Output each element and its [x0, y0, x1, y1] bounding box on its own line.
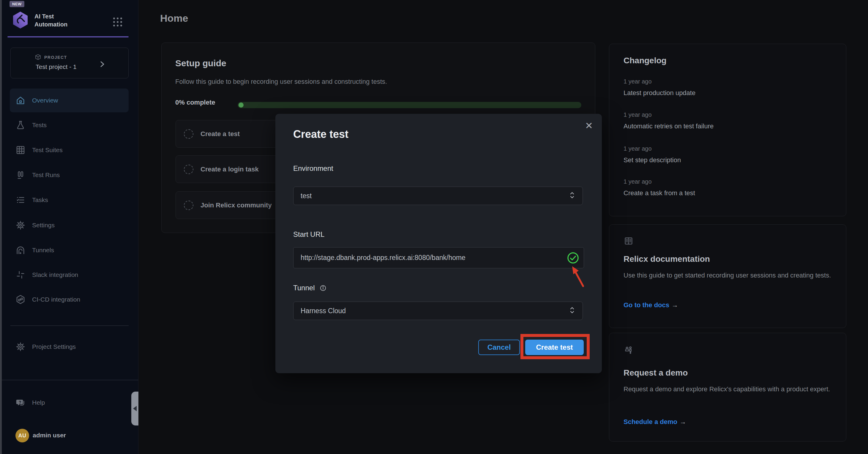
- start-url-label: Start URL: [293, 230, 324, 239]
- apps-grid-icon[interactable]: [112, 17, 123, 27]
- annotation-highlight-rect: [521, 334, 590, 359]
- environment-select[interactable]: test: [293, 187, 583, 205]
- changelog-time: 1 year ago: [623, 178, 652, 185]
- checklist-item-label: Create a test: [200, 130, 240, 138]
- chevron-right-icon: [98, 60, 106, 68]
- sidebar-item-label: Tunnels: [32, 247, 54, 254]
- page-title: Home: [160, 12, 188, 24]
- tunnel-icon: [15, 245, 26, 255]
- sidebar-footer-divider: [0, 380, 138, 380]
- sidebar-item-help[interactable]: ? Help: [10, 391, 129, 415]
- sidebar-item-label: Tasks: [32, 196, 48, 204]
- info-icon[interactable]: [320, 285, 327, 293]
- changelog-title: Changelog: [623, 56, 666, 65]
- checklist-item-label: Create a login task: [200, 165, 259, 173]
- select-chevrons-icon: [569, 191, 576, 200]
- sidebar-item-label: Test Suites: [32, 147, 63, 154]
- changelog-entry: Create a task from a test: [623, 189, 695, 197]
- modal-title: Create test: [293, 128, 348, 141]
- cicd-link-icon: [15, 294, 26, 305]
- select-chevrons-icon: [569, 306, 576, 315]
- sidebar-item-slack-integration[interactable]: Slack integration: [10, 263, 129, 287]
- create-test-modal: ✕ Create test Environment test Start URL…: [275, 114, 602, 373]
- start-url-value: http://stage.dbank.prod-apps.relicx.ai:8…: [301, 254, 465, 262]
- brand-divider: [7, 36, 129, 37]
- project-kicker: PROJECT: [44, 55, 67, 60]
- app-logo-icon: [11, 11, 29, 29]
- task-list-icon: [15, 194, 26, 205]
- app-title: AI Test Automation: [34, 12, 67, 29]
- sidebar-item-tunnels[interactable]: Tunnels: [10, 238, 129, 262]
- user-avatar[interactable]: AU: [16, 429, 29, 443]
- changelog-entry: Set step description: [623, 156, 681, 164]
- progress-label: 0% complete: [175, 99, 215, 107]
- sidebar-item-label: Help: [32, 399, 45, 406]
- sidebar-item-settings[interactable]: Settings: [10, 213, 129, 237]
- sidebar-item-label: Settings: [32, 222, 55, 229]
- arrow-right-icon: →: [672, 301, 678, 309]
- project-cube-icon: [34, 54, 41, 61]
- documentation-title: Relicx documentation: [623, 254, 710, 264]
- tunnel-select[interactable]: Harness Cloud: [293, 302, 583, 320]
- sidebar-item-label: Project Settings: [32, 343, 76, 350]
- gear-icon: [15, 220, 26, 231]
- go-to-docs-link[interactable]: Go to the docs→: [623, 301, 678, 309]
- sidebar-item-label: Tests: [32, 122, 46, 129]
- new-badge: NEW: [9, 1, 24, 7]
- sidebar-collapse-handle[interactable]: [131, 392, 138, 425]
- changelog-entry: Automatic retries on test failure: [623, 122, 714, 130]
- incomplete-step-icon: [184, 129, 193, 139]
- flask-icon: [15, 120, 26, 130]
- arrow-right-icon: →: [680, 418, 686, 425]
- changelog-time: 1 year ago: [623, 145, 652, 152]
- link-label: Schedule a demo: [623, 418, 677, 425]
- sidebar-item-cicd-integration[interactable]: CI-CD integration: [10, 287, 129, 311]
- user-name[interactable]: admin user: [33, 432, 66, 439]
- changelog-time: 1 year ago: [623, 112, 652, 118]
- sidebar-item-test-runs[interactable]: Test Runs: [10, 163, 129, 187]
- sidebar-item-tasks[interactable]: Tasks: [10, 188, 129, 212]
- environment-label: Environment: [293, 164, 333, 173]
- request-demo-description: Request a demo and explore Relicx's capa…: [623, 383, 832, 395]
- sidebar-item-project-settings[interactable]: Project Settings: [10, 335, 129, 359]
- start-url-input[interactable]: http://stage.dbank.prod-apps.relicx.ai:8…: [293, 247, 584, 268]
- setup-guide-description: Follow this guide to begin recording use…: [175, 78, 387, 86]
- tunnel-label-text: Tunnel: [293, 284, 315, 292]
- slack-icon: [15, 270, 26, 280]
- changelog-entry: Latest production update: [623, 89, 695, 97]
- grid-icon: [15, 145, 26, 155]
- valid-url-check-icon: [566, 251, 580, 265]
- request-demo-card: Request a demo Request a demo and explor…: [609, 333, 846, 442]
- sidebar-item-label: Overview: [32, 97, 58, 104]
- window-edge: [0, 0, 2, 454]
- sidebar-item-label: Test Runs: [32, 172, 60, 179]
- close-icon[interactable]: ✕: [585, 121, 593, 130]
- incomplete-step-icon: [184, 201, 193, 210]
- book-icon: [623, 236, 633, 247]
- sidebar-item-tests[interactable]: Tests: [10, 113, 129, 137]
- project-selector[interactable]: PROJECT Test project - 1: [10, 48, 129, 79]
- checklist-item-label: Join Relicx community: [200, 202, 272, 209]
- progress-bar: [238, 102, 581, 108]
- request-demo-title: Request a demo: [623, 368, 688, 377]
- home-icon: [15, 95, 26, 106]
- sidebar-item-label: Slack integration: [32, 271, 78, 278]
- setup-guide-title: Setup guide: [175, 58, 226, 68]
- sidebar-item-test-suites[interactable]: Test Suites: [10, 138, 129, 162]
- project-name: Test project - 1: [36, 63, 76, 70]
- sidebar-item-label: CI-CD integration: [32, 296, 80, 303]
- svg-text:?: ?: [19, 400, 21, 405]
- schedule-demo-link[interactable]: Schedule a demo→: [623, 418, 686, 426]
- environment-value: test: [301, 192, 312, 200]
- columns-icon: [15, 170, 26, 180]
- sidebar: NEW AI Test Automation PROJECT Test proj…: [0, 0, 138, 454]
- cancel-button[interactable]: Cancel: [478, 340, 520, 355]
- documentation-description: Use this guide to get started recording …: [623, 269, 832, 281]
- sidebar-item-overview[interactable]: Overview: [10, 89, 129, 112]
- tunnel-label: Tunnel: [293, 284, 327, 293]
- help-chat-icon: ?: [15, 397, 26, 408]
- documentation-card: Relicx documentation Use this guide to g…: [609, 224, 846, 328]
- changelog-card: Changelog 1 year ago Latest production u…: [609, 44, 846, 216]
- tunnel-value: Harness Cloud: [301, 307, 346, 315]
- people-icon: [623, 345, 634, 357]
